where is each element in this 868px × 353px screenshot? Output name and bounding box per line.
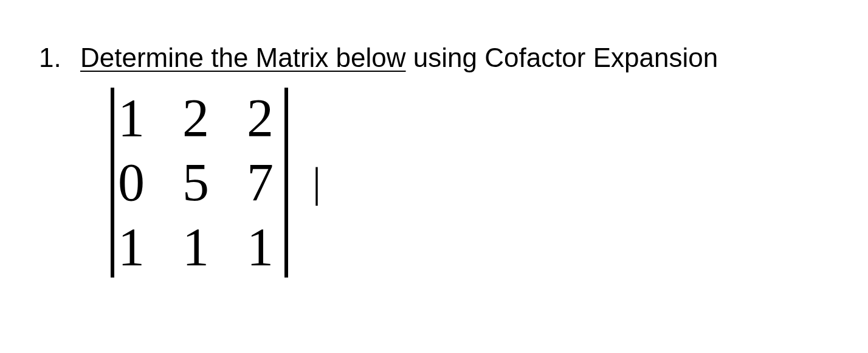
matrix-right-bar bbox=[284, 88, 288, 278]
problem-statement: 1. Determine the Matrix below using Cofa… bbox=[39, 43, 868, 73]
matrix-cell-1-2: 7 bbox=[246, 156, 275, 209]
matrix-cell-2-1: 1 bbox=[181, 220, 210, 274]
matrix-cell-2-2: 1 bbox=[246, 220, 275, 274]
matrix-cell-0-0: 1 bbox=[117, 91, 146, 145]
problem-text-underlined: Determine the Matrix below bbox=[80, 43, 406, 72]
determinant-matrix: 1 2 2 0 5 7 1 1 1 bbox=[111, 88, 288, 278]
matrix-cell-2-0: 1 bbox=[117, 220, 146, 274]
matrix-cell-0-2: 2 bbox=[246, 91, 275, 145]
problem-text: Determine the Matrix below using Cofacto… bbox=[80, 43, 718, 73]
problem-number: 1. bbox=[39, 43, 66, 73]
text-cursor-icon: | bbox=[312, 158, 321, 207]
document-content: 1. Determine the Matrix below using Cofa… bbox=[0, 0, 868, 278]
matrix-cell-1-1: 5 bbox=[181, 156, 210, 209]
matrix-container: 1 2 2 0 5 7 1 1 1 | bbox=[111, 88, 868, 278]
matrix-cell-0-1: 2 bbox=[181, 91, 210, 145]
matrix-grid: 1 2 2 0 5 7 1 1 1 bbox=[114, 88, 284, 278]
matrix-cell-1-0: 0 bbox=[117, 156, 146, 209]
problem-text-rest: using Cofactor Expansion bbox=[406, 43, 718, 72]
